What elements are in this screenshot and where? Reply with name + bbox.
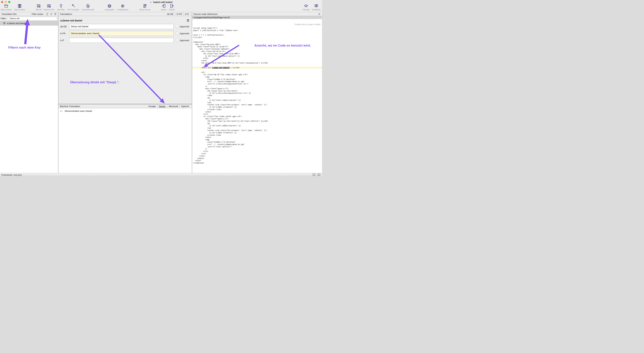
panel-title: Machine Translation (60, 105, 80, 108)
add-id-button[interactable]: Add ID (36, 4, 42, 11)
filter-row: Filter: (0, 16, 58, 21)
fuzzy-match-bubble-icon[interactable] (312, 173, 316, 176)
code-line: </div> (193, 155, 322, 157)
mt-suggestion-row[interactable]: ⌘1 Démonstration avec Daniel (58, 108, 192, 112)
translation-input-it[interactable] (69, 38, 174, 43)
translation-ids-panel: Translation IDs Filter active Filter: a.… (0, 12, 58, 173)
code-line: <div class="container-medium"> (193, 48, 322, 50)
mt-engine-label: DeepL (159, 105, 166, 108)
code-line: </div> (193, 60, 322, 62)
magic-wand-icon (71, 4, 76, 8)
code-line: :alt="t('start.ukTitle')" (193, 146, 322, 148)
languages-button[interactable]: Languages (105, 4, 114, 11)
lang-tab-it-IT[interactable]: it-IT (184, 12, 190, 16)
toolbar-label: Import (161, 9, 166, 11)
code-line: </li> (193, 113, 322, 115)
source-reference-item[interactable]: src/pages/start/GuestStartPage.vue:18 (192, 16, 322, 19)
code-lines: <script setup lang="ts">import { useTran… (192, 27, 322, 164)
translation-id-list: a.Demo mit Daniel (0, 21, 58, 26)
highlighted-translation-key[interactable]: a.Demo mit Daniel (212, 67, 229, 69)
code-line: <router-link class="btn-primary" :to="{ … (193, 129, 322, 132)
clear-filter-icon[interactable] (50, 13, 53, 16)
export-button[interactable]: Export (169, 4, 175, 11)
mt-engine-google[interactable]: Google (147, 104, 157, 108)
translation-id-item-selected[interactable]: a.Demo mit Daniel (0, 21, 58, 26)
notepad-icon[interactable] (186, 19, 190, 22)
lang-label: fr-FR (60, 32, 69, 35)
code-line: </script> (193, 36, 322, 39)
code-line: </div> (193, 111, 322, 113)
code-line: <li class="flex items-center gap-x-8"> (193, 115, 322, 118)
set-filter-button[interactable]: Set Filter (57, 4, 65, 11)
save-project-button[interactable]: Save project (14, 4, 25, 11)
code-line: {{ $t("a.Mehr erfahren") }} (193, 106, 322, 108)
code-line: class="hidden h-72 md:block" (193, 141, 322, 143)
lang-tab-de-DE[interactable]: de-DE (166, 12, 175, 16)
code-line: {{ $t("a.Mehr erfahren") }} (193, 132, 322, 134)
selected-id-text: a.Demo mit Daniel (60, 19, 82, 22)
source-references-header: Source code references (192, 12, 322, 16)
filter-funnel-icon[interactable] (54, 13, 57, 16)
code-line: {{ $t("start.vvDescription") }} (193, 99, 322, 102)
tutorials-button[interactable]: Tutorials (302, 4, 310, 11)
mt-engine-openai[interactable]: OpenAI (180, 104, 190, 108)
approved-checkbox-it[interactable] (176, 39, 179, 42)
code-line: </p> (193, 102, 322, 104)
code-viewer[interactable]: Double-click to open in editor <script s… (192, 19, 322, 173)
refresh-icon[interactable] (46, 13, 49, 16)
open-project-button[interactable]: Open project (1, 4, 12, 11)
export-icon (170, 4, 174, 8)
toolbar-label: Remove IDs (44, 9, 54, 11)
machine-translation-header: Machine Translation Google DeepL Microso… (58, 104, 192, 108)
filter-input[interactable] (8, 17, 57, 21)
configuration-button[interactable]: Configuration (117, 4, 128, 11)
code-line (193, 32, 322, 34)
toolbar-label: Configuration (117, 9, 128, 11)
toolbar-label: Set Filter (57, 9, 65, 11)
lang-tab-fr-FR[interactable]: fr-FR (175, 12, 184, 16)
code-line: </ul> (193, 153, 322, 155)
selected-id-heading: a.Demo mit Daniel (60, 19, 190, 22)
lang-tab-label: it-IT (185, 13, 189, 15)
babel-edit-window: b babel-edit.babel Open project Save pro… (0, 0, 322, 177)
close-panel-icon[interactable] (318, 13, 321, 16)
code-line: src="../../assets/images/mood_uk.jpg" (193, 143, 322, 146)
consistency-ai-button[interactable]: ConsistencyAI (82, 4, 94, 11)
code-line (193, 69, 322, 71)
toolbar-label: ConsistencyAI (82, 9, 94, 11)
import-button[interactable]: Import (161, 4, 166, 11)
code-line: <p> (193, 122, 322, 125)
panel-title: Translation IDs (1, 13, 16, 15)
remove-ids-button[interactable]: Remove IDs (44, 4, 54, 11)
approved-checkbox-de[interactable] (176, 25, 179, 28)
graduation-cap-icon (304, 4, 308, 8)
code-line: /> (193, 85, 322, 88)
translation-input-fr[interactable] (69, 31, 174, 36)
approved-checkbox-fr[interactable] (176, 32, 179, 35)
add-id-icon (36, 4, 41, 8)
translation-row-de: de-DE Approved (60, 24, 192, 29)
mt-engine-microsoft[interactable]: Microsoft (167, 104, 180, 108)
code-line: </p> (193, 127, 322, 129)
mt-engine-label: Google (148, 105, 156, 108)
filter-active-status: Filter active (32, 13, 43, 15)
code-line: <router-link class="btn-primary" :to="{ … (193, 104, 322, 106)
mt-engine-deepl[interactable]: DeepL (157, 104, 167, 108)
panel-title: Source code references (194, 13, 218, 15)
globe-icon (107, 4, 112, 8)
favorites-bubble-icon[interactable] (317, 173, 321, 176)
code-line: src="../../assets/images/mood_vv.jpg" (193, 80, 322, 83)
code-line: <li class="mb-16 flex items-center gap-x… (193, 74, 322, 76)
code-line: <script setup lang="ts"> (193, 27, 322, 29)
pre-translate-button[interactable]: Pre-Translate (67, 4, 79, 11)
status-bar: Framework: vue-json (0, 173, 322, 177)
feedback-button[interactable]: Feedback (312, 4, 321, 11)
translation-input-de[interactable] (69, 24, 174, 29)
show-source-button[interactable]: Show source (139, 4, 150, 11)
window-title: babel-edit.babel (153, 1, 172, 4)
code-line: </div> (193, 159, 322, 162)
translation-ids-header: Translation IDs Filter active (0, 12, 58, 16)
feedback-bubble-icon (314, 4, 318, 8)
code-line: {{ $t("start.myvbvDescription") }} (193, 55, 322, 57)
code-line: <div class="space-y-2"> (193, 88, 322, 90)
